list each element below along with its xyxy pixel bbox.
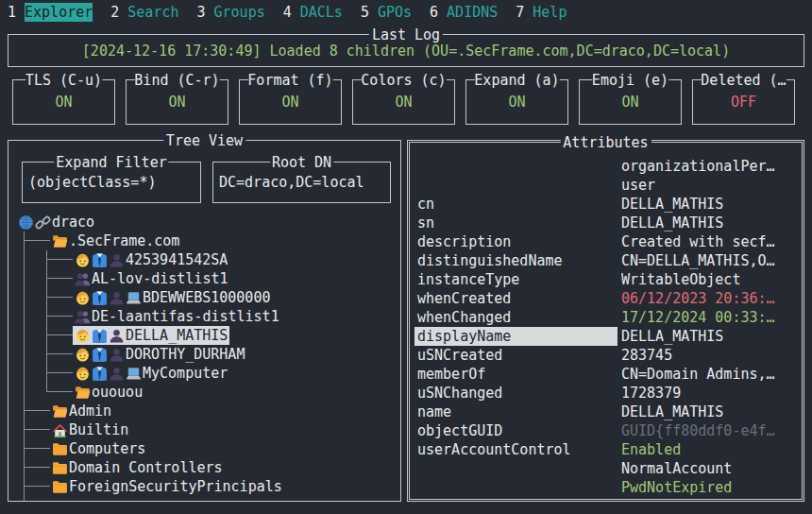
tree-node-dorothy-durham[interactable]: DOROTHY_DURHAM <box>73 345 246 364</box>
toggle-format[interactable]: Format (f)ON <box>239 79 342 125</box>
attribute-value: DELLA_MATHIS <box>621 214 797 232</box>
laptop-icon <box>126 366 142 382</box>
person-icon <box>75 290 91 306</box>
attribute-row-useraccountcontrol[interactable]: userAccountControlEnabled <box>413 440 799 459</box>
menu-item-explorer[interactable]: 1Explorer <box>8 3 93 22</box>
attribute-row-value-0[interactable]: organizationalPer… <box>413 157 799 176</box>
expand-filter-input[interactable]: Expand Filter (objectClass=*) <box>22 162 201 203</box>
folder-icon <box>52 460 68 476</box>
person-icon <box>75 328 91 344</box>
attribute-row-name[interactable]: nameDELLA_MATHIS <box>413 403 799 421</box>
menu-item-number: 2 <box>110 3 119 22</box>
toggle-state: ON <box>580 93 681 111</box>
tree-node-label: BDEWWEBS1000000 <box>143 288 270 307</box>
tree-branch-line <box>46 259 73 260</box>
attribute-value: organizationalPer… <box>621 157 797 176</box>
tree-node-label: draco <box>52 213 94 231</box>
attribute-value: 283745 <box>621 346 797 365</box>
menu-item-label: ADIDNS <box>447 3 498 22</box>
menu-item-dacls[interactable]: 4DACLs <box>283 3 343 22</box>
menu-item-help[interactable]: 7Help <box>516 3 567 22</box>
toggle-state: ON <box>240 93 341 111</box>
attribute-row-whencreated[interactable]: whenCreated06/12/2023 20:36:… <box>413 289 799 308</box>
toggle-expand[interactable]: Expand (a)ON <box>465 79 568 125</box>
tree-node-label: Builtin <box>69 420 128 439</box>
tree-node-content: Builtin <box>50 420 130 439</box>
tree-node-label: DOROTHY_DURHAM <box>126 345 245 364</box>
tree-node-mycomputer[interactable]: MyComputer <box>73 364 229 383</box>
attribute-key: distinguishedName <box>414 251 617 270</box>
attribute-row-distinguishedname[interactable]: distinguishedNameCN=DELLA_MATHIS,O… <box>413 251 799 270</box>
link-icon <box>35 214 51 231</box>
toggle-colors[interactable]: Colors (c)ON <box>352 79 455 125</box>
tree-node-de-laantifas-distlist1[interactable]: DE-laantifas-distlist1 <box>73 307 281 326</box>
tree-node-label: Admin <box>69 402 111 420</box>
toggle-deleted[interactable]: Deleted (…OFF <box>692 79 795 125</box>
attribute-row-description[interactable]: descriptionCreated with secf… <box>413 232 799 251</box>
toggle-tls[interactable]: TLS (C-u)ON <box>12 79 115 125</box>
tree-node-builtin[interactable]: Builtin <box>50 420 130 439</box>
folder-open-icon <box>52 233 68 249</box>
tree-node-content: Domain Controllers <box>50 458 225 477</box>
folder-icon <box>52 441 68 457</box>
attribute-key: cn <box>414 195 617 214</box>
attribute-key <box>414 459 617 478</box>
attribute-value: Created with secf… <box>621 232 797 251</box>
tree-node-secframe-com[interactable]: .SecFrame.com <box>50 231 181 250</box>
tree-branch-line <box>46 297 73 298</box>
attribute-row-instancetype[interactable]: instanceTypeWritableObject <box>413 270 799 289</box>
bust-icon <box>109 328 125 344</box>
bust-icon <box>109 366 125 382</box>
busts-icon <box>75 309 91 325</box>
attribute-key: name <box>414 403 617 421</box>
menu-item-label: Help <box>533 3 567 22</box>
necktie-icon <box>92 328 108 344</box>
necktie-icon <box>92 252 108 268</box>
toggle-emoji[interactable]: Emoji (e)ON <box>579 79 682 125</box>
tree-node-admin[interactable]: Admin <box>50 402 113 420</box>
toggle-bind[interactable]: Bind (C-r)ON <box>126 79 228 125</box>
attribute-value: CN=DELLA_MATHIS,O… <box>621 251 797 270</box>
attribute-row-cn[interactable]: cnDELLA_MATHIS <box>413 195 799 214</box>
attribute-row-value-16[interactable]: NormalAccount <box>413 459 799 478</box>
tree-node-4253941542sa[interactable]: 4253941542SA <box>73 250 229 269</box>
menu-item-gpos[interactable]: 5GPOs <box>361 3 412 22</box>
tree-node-content: DELLA_MATHIS <box>73 326 229 345</box>
person-icon <box>75 366 91 382</box>
tree-branch-line <box>46 250 47 392</box>
attribute-row-whenchanged[interactable]: whenChanged17/12/2024 00:33:… <box>413 308 799 327</box>
menu-item-number: 5 <box>361 3 369 22</box>
attribute-key: uSNCreated <box>414 346 617 365</box>
tree-node-al-lov-distlist1[interactable]: AL-lov-distlist1 <box>73 269 230 288</box>
tree-node-bdewwebs1000000[interactable]: BDEWWEBS1000000 <box>73 288 272 307</box>
tree-node-label: Computers <box>69 439 145 458</box>
tree-node-domain-controllers[interactable]: Domain Controllers <box>50 458 225 477</box>
attribute-row-memberof[interactable]: memberOfCN=Domain Admins,… <box>413 365 799 384</box>
attribute-row-value-1[interactable]: user <box>413 176 799 195</box>
attribute-row-usncreated[interactable]: uSNCreated283745 <box>413 346 799 365</box>
tree-node-foreignsecurityprincipals[interactable]: ForeignSecurityPrincipals <box>50 477 284 496</box>
person-icon <box>75 347 91 363</box>
folder-open-icon <box>75 385 91 401</box>
tree-node-computers[interactable]: Computers <box>50 439 147 458</box>
tree-node-draco[interactable]: draco <box>16 213 96 231</box>
attribute-row-usnchanged[interactable]: uSNChanged1728379 <box>413 384 799 403</box>
tree-branch-line <box>46 391 73 392</box>
tree-node-della-mathis[interactable]: DELLA_MATHIS <box>73 326 229 345</box>
toggle-state: OFF <box>693 93 794 111</box>
tree-branch-line <box>24 429 50 430</box>
toggle-state: ON <box>127 93 228 111</box>
tree-node-ououou[interactable]: ououou <box>73 383 144 402</box>
menu-item-groups[interactable]: 3Groups <box>197 3 265 22</box>
menu-item-number: 6 <box>430 3 438 22</box>
root-dn-input[interactable]: Root DN DC=draco,DC=local <box>212 162 391 203</box>
attribute-row-objectguid[interactable]: objectGUIDGUID{ff80ddf0-e4f… <box>413 421 799 440</box>
menu-item-adidns[interactable]: 6ADIDNS <box>430 3 498 22</box>
necktie-icon <box>92 347 108 363</box>
attribute-row-displayname[interactable]: displayNameDELLA_MATHIS <box>413 327 799 346</box>
menu-item-search[interactable]: 2Search <box>110 3 178 22</box>
attribute-row-sn[interactable]: snDELLA_MATHIS <box>413 214 799 232</box>
attribute-key: userAccountControl <box>414 440 617 459</box>
attribute-key <box>414 478 617 497</box>
attribute-row-value-17[interactable]: PwdNotExpired <box>413 478 799 497</box>
